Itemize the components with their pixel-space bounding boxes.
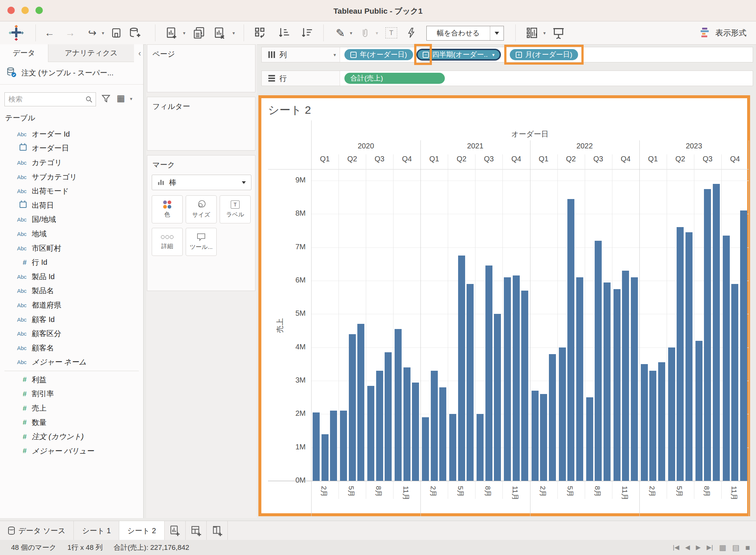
bar-2023-9月[interactable] bbox=[713, 184, 720, 481]
save-icon[interactable] bbox=[111, 26, 122, 40]
bar-2020-7月[interactable] bbox=[367, 386, 374, 481]
pill-月(オーダー日)[interactable]: +月(オーダー日) bbox=[510, 49, 578, 60]
datasource-item[interactable]: 注文 (サンプル - スーパー... bbox=[0, 62, 143, 85]
bar-2023-7月[interactable] bbox=[695, 341, 702, 481]
pages-card[interactable]: ページ bbox=[147, 44, 255, 92]
tab-data[interactable]: データ bbox=[0, 44, 48, 62]
field-item[interactable]: Abc都道府県 bbox=[0, 298, 143, 312]
new-worksheet-caret[interactable]: ▾ bbox=[182, 26, 187, 40]
pill-合計(売上)[interactable]: 合計(売上) bbox=[344, 73, 445, 84]
sort-ascending-icon[interactable] bbox=[278, 26, 290, 40]
bar-2023-5月[interactable] bbox=[677, 227, 684, 481]
tab-analytics[interactable]: アナリティクス bbox=[48, 44, 134, 62]
back-button[interactable]: ← bbox=[41, 26, 58, 40]
bar-2020-5月[interactable] bbox=[349, 334, 356, 481]
detail-button[interactable]: 詳細 bbox=[152, 228, 183, 256]
highlight-caret[interactable]: ▾ bbox=[348, 26, 354, 40]
bar-2022-8月[interactable] bbox=[595, 241, 602, 481]
filter-fields-icon[interactable] bbox=[101, 94, 111, 105]
bar-2020-11月[interactable] bbox=[403, 367, 410, 481]
bar-2021-2月[interactable] bbox=[431, 371, 438, 481]
bar-2023-1月[interactable] bbox=[641, 364, 648, 481]
bar-2022-4月[interactable] bbox=[559, 347, 566, 481]
show-cards-caret[interactable]: ▾ bbox=[542, 26, 547, 40]
field-item[interactable]: Abcオーダー Id bbox=[0, 127, 143, 141]
tableau-logo-icon[interactable] bbox=[8, 26, 24, 40]
field-item[interactable]: Abc国/地域 bbox=[0, 213, 143, 227]
field-item[interactable]: オーダー日 bbox=[0, 141, 143, 156]
field-item[interactable]: Abcサブカテゴリ bbox=[0, 170, 143, 184]
lightning-pin-icon[interactable] bbox=[406, 26, 416, 40]
view-options-icon[interactable]: ▦ bbox=[117, 93, 125, 103]
clear-sheet-icon[interactable] bbox=[213, 26, 225, 40]
redo-icon[interactable]: ↪ bbox=[84, 26, 100, 40]
pill-年(オーダー日)[interactable]: −年(オーダー日) bbox=[344, 49, 413, 60]
prev-page-icon[interactable]: ◀ bbox=[685, 544, 690, 551]
bar-2021-10月[interactable] bbox=[504, 277, 511, 481]
field-item[interactable]: #割引率 bbox=[0, 387, 143, 401]
paperclip-caret[interactable]: ▾ bbox=[374, 26, 379, 40]
bar-2022-1月[interactable] bbox=[532, 391, 539, 481]
search-input[interactable]: 検索 bbox=[4, 92, 96, 106]
field-item[interactable]: Abc顧客区分 bbox=[0, 326, 143, 341]
bar-2020-10月[interactable] bbox=[395, 329, 402, 481]
bar-2023-12月[interactable] bbox=[740, 210, 747, 481]
field-item[interactable]: #数量 bbox=[0, 415, 143, 430]
show-format-button[interactable]: 表示形式 bbox=[701, 26, 746, 40]
field-item[interactable]: #注文 (カウント) bbox=[0, 429, 143, 444]
field-item[interactable]: Abc顧客名 bbox=[0, 341, 143, 355]
sheet-view[interactable]: シート 2 オーダー日2020Q1Q2Q3Q42021Q1Q2Q3Q42022Q… bbox=[258, 95, 750, 516]
filmstrip-view-icon[interactable]: ▤ bbox=[732, 543, 739, 552]
bar-2021-8月[interactable] bbox=[485, 265, 492, 481]
field-item[interactable]: Abc地域 bbox=[0, 227, 143, 241]
pill-四半期(オーダー..[interactable]: −四半期(オーダー..▾ bbox=[417, 49, 501, 60]
duplicate-sheet-icon[interactable] bbox=[193, 26, 205, 40]
paperclip-icon[interactable] bbox=[360, 26, 371, 40]
bar-2023-4月[interactable] bbox=[668, 347, 675, 481]
color-button[interactable]: 色 bbox=[152, 195, 183, 223]
new-story-button[interactable] bbox=[207, 521, 228, 540]
bar-2020-8月[interactable] bbox=[376, 371, 383, 481]
columns-shelf-caret[interactable]: ▾ bbox=[333, 52, 336, 58]
mark-type-caret[interactable] bbox=[236, 175, 251, 190]
view-options-caret[interactable]: ▾ bbox=[130, 96, 133, 102]
next-page-icon[interactable]: ▶ bbox=[696, 544, 701, 551]
last-page-icon[interactable]: ▶| bbox=[707, 544, 713, 551]
field-item[interactable]: Abc市区町村 bbox=[0, 241, 143, 256]
size-button[interactable]: サイズ bbox=[186, 195, 217, 223]
bar-2023-3月[interactable] bbox=[658, 362, 665, 481]
forward-button[interactable]: → bbox=[62, 26, 78, 40]
show-cards-icon[interactable] bbox=[526, 26, 538, 40]
bar-2022-12月[interactable] bbox=[631, 277, 638, 481]
bar-2020-12月[interactable] bbox=[412, 383, 419, 481]
field-item[interactable]: Abc製品名 bbox=[0, 284, 143, 298]
tab-data-source[interactable]: データ ソース bbox=[0, 521, 74, 540]
bar-2020-3月[interactable] bbox=[330, 411, 337, 481]
redo-dropdown-caret[interactable]: ▾ bbox=[100, 26, 106, 40]
pill-caret[interactable]: ▾ bbox=[492, 52, 495, 58]
new-datasource-icon[interactable] bbox=[128, 26, 140, 40]
bar-2021-4月[interactable] bbox=[449, 414, 456, 481]
bar-2022-11月[interactable] bbox=[622, 271, 629, 481]
bar-2023-10月[interactable] bbox=[723, 236, 730, 481]
tooltip-button[interactable]: ツール... bbox=[186, 228, 217, 256]
new-worksheet-icon[interactable] bbox=[165, 26, 177, 40]
field-item[interactable]: #売上 bbox=[0, 401, 143, 415]
new-dashboard-button[interactable] bbox=[186, 521, 207, 540]
bar-2020-6月[interactable] bbox=[357, 324, 364, 481]
bar-2021-12月[interactable] bbox=[521, 291, 528, 481]
mark-type-dropdown[interactable]: 棒 bbox=[152, 175, 251, 190]
grid-view-icon[interactable]: ▦ bbox=[719, 543, 726, 552]
new-worksheet-button[interactable] bbox=[165, 521, 186, 540]
bar-2020-4月[interactable] bbox=[340, 411, 347, 481]
collapse-pane-icon[interactable]: ‹ bbox=[138, 49, 141, 58]
field-item[interactable]: #行 Id bbox=[0, 255, 143, 270]
bar-2021-3月[interactable] bbox=[439, 387, 446, 481]
bar-2020-2月[interactable] bbox=[322, 434, 329, 481]
field-item[interactable]: #メジャー バリュー bbox=[0, 444, 143, 458]
field-item[interactable]: Abc顧客 Id bbox=[0, 312, 143, 327]
bar-2021-1月[interactable] bbox=[422, 417, 429, 481]
bar-2022-5月[interactable] bbox=[567, 199, 574, 481]
tab-sheet-2[interactable]: シート 2 bbox=[119, 521, 165, 540]
bar-2022-3月[interactable] bbox=[549, 354, 556, 481]
